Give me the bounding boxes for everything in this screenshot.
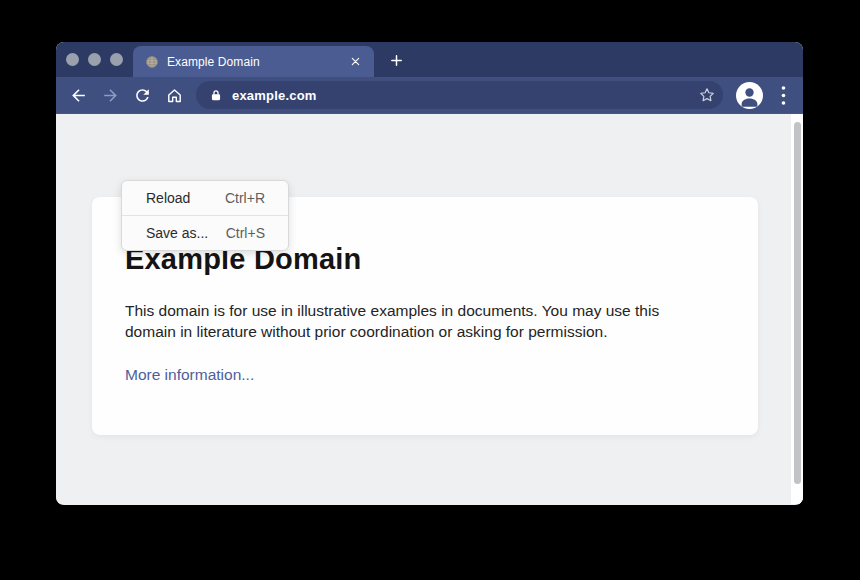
menu-item-shortcut: Ctrl+S <box>226 225 265 241</box>
url-text: example.com <box>232 88 317 103</box>
page-viewport: Example Domain This domain is for use in… <box>56 114 803 504</box>
menu-item-label: Save as... <box>146 225 208 241</box>
forward-arrow-icon <box>101 86 120 105</box>
menu-item-save-as[interactable]: Save as... Ctrl+S <box>122 216 288 250</box>
forward-button[interactable] <box>98 83 122 107</box>
context-menu: Reload Ctrl+R Save as... Ctrl+S <box>121 180 289 251</box>
address-bar[interactable]: example.com <box>196 81 723 109</box>
reload-button[interactable] <box>130 83 154 107</box>
browser-menu-button[interactable] <box>775 83 791 108</box>
traffic-light-close[interactable] <box>66 53 79 66</box>
globe-favicon-icon <box>145 55 159 69</box>
avatar-icon <box>736 82 763 109</box>
menu-item-label: Reload <box>146 190 190 206</box>
close-icon <box>350 56 361 67</box>
new-tab-button[interactable] <box>384 48 408 72</box>
more-information-link[interactable]: More information... <box>125 366 254 384</box>
plus-icon <box>389 53 404 68</box>
page-paragraph: This domain is for use in illustrative e… <box>125 301 713 342</box>
star-icon <box>697 85 717 105</box>
browser-window: Example Domain <box>56 42 803 505</box>
profile-button[interactable] <box>736 82 763 109</box>
menu-item-shortcut: Ctrl+R <box>225 190 265 206</box>
tab-close-button[interactable] <box>346 53 364 71</box>
back-button[interactable] <box>66 83 90 107</box>
scrollbar-track[interactable] <box>791 114 803 504</box>
navigation-toolbar: example.com <box>56 77 803 114</box>
tab-example-domain[interactable]: Example Domain <box>133 46 374 77</box>
home-icon <box>165 86 184 105</box>
traffic-light-minimize[interactable] <box>88 53 101 66</box>
bookmark-star-button[interactable] <box>697 85 717 105</box>
scrollbar-thumb[interactable] <box>794 122 801 484</box>
traffic-light-maximize[interactable] <box>110 53 123 66</box>
menu-item-reload[interactable]: Reload Ctrl+R <box>122 181 288 215</box>
home-button[interactable] <box>162 83 186 107</box>
tab-title: Example Domain <box>167 55 346 69</box>
back-arrow-icon <box>69 86 88 105</box>
tab-strip: Example Domain <box>56 42 803 77</box>
kebab-menu-icon <box>781 85 786 106</box>
lock-icon <box>209 88 223 103</box>
reload-icon <box>133 86 152 105</box>
